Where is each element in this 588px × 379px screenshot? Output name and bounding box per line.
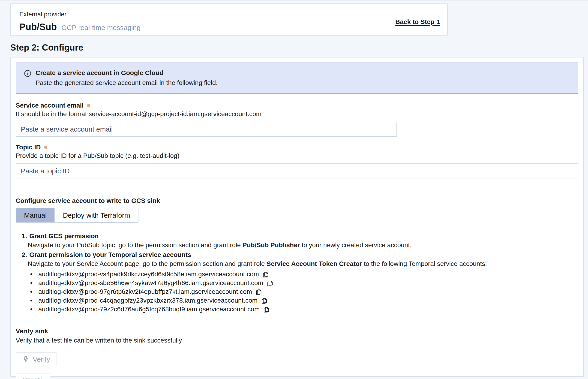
bullet-dot <box>31 273 32 275</box>
info-banner-title: Create a service account in Google Cloud <box>35 69 218 77</box>
sink-config-tabs: Manual Deploy with Terraform <box>16 208 139 223</box>
instruction-step-2: 2. Grant permission to your Temporal ser… <box>22 251 578 268</box>
copy-icon[interactable] <box>255 289 262 296</box>
back-to-step-1-link[interactable]: Back to Step 1 <box>395 18 440 26</box>
service-account-row: auditlog-dktxv@prod-97gr6tp6zkv2t4epubff… <box>28 287 578 296</box>
external-provider-eyebrow: External provider <box>19 11 438 18</box>
service-account-email-input[interactable] <box>16 122 397 137</box>
manual-instructions: 1. Grant GCS permission Navigate to your… <box>16 232 578 314</box>
service-account-email-text: auditlog-dktxv@prod-c4cqaqgbfzy23vpzkbxz… <box>38 297 258 304</box>
copy-icon[interactable] <box>262 271 269 278</box>
copy-icon[interactable] <box>263 306 270 313</box>
step-number: 1. <box>22 232 27 240</box>
verify-button[interactable]: Verify <box>16 352 57 366</box>
service-account-email-text: auditlog-dktxv@prod-sbe56h6wr4sykaw47a6y… <box>38 279 263 287</box>
required-indicator-dot <box>87 104 90 107</box>
service-account-row: auditlog-dktxv@prod-sbe56h6wr4sykaw47a6y… <box>28 279 578 287</box>
bullet-dot <box>31 300 32 301</box>
service-account-row: auditlog-dktxv@prod-c4cqaqgbfzy23vpzkbxz… <box>28 296 578 305</box>
tab-deploy-with-terraform[interactable]: Deploy with Terraform <box>54 208 138 222</box>
verify-sink-description: Verify that a test file can be written t… <box>16 337 578 344</box>
step-title: Grant permission to your Temporal servic… <box>29 251 191 258</box>
service-account-email-label: Service account email <box>16 102 84 109</box>
role-name: Service Account Token Creator <box>266 260 362 267</box>
sink-section-heading: Configure service account to write to GC… <box>16 197 578 205</box>
step-description: Navigate to your PubSub topic, go to the… <box>22 241 578 249</box>
bullet-dot <box>31 291 32 293</box>
info-icon <box>24 70 31 77</box>
bullet-dot <box>31 308 32 310</box>
topic-id-input[interactable] <box>16 163 578 178</box>
step-number: 2. <box>22 251 27 258</box>
configure-card: Create a service account in Google Cloud… <box>10 57 584 377</box>
create-button[interactable]: Create <box>16 373 50 379</box>
role-name: Pub/Sub Publisher <box>243 241 300 249</box>
provider-header-card: External provider Pub/Sub GCP real-time … <box>10 3 448 35</box>
info-banner: Create a service account in Google Cloud… <box>16 63 578 94</box>
lightning-bolt-icon <box>23 356 30 363</box>
service-account-email-text: auditlog-dktxv@prod-79z2c6d76au6g5fcq768… <box>38 306 260 313</box>
topic-id-label: Topic ID <box>16 143 41 151</box>
page-title: Step 2: Configure <box>10 43 83 53</box>
verify-sink-title: Verify sink <box>16 328 578 335</box>
service-account-email-helper: It should be in the format service-accou… <box>16 110 578 118</box>
topic-id-helper: Provide a topic ID for a Pub/Sub topic (… <box>16 152 578 159</box>
required-indicator-dot <box>44 146 47 149</box>
section-divider <box>16 189 578 189</box>
service-account-email-text: auditlog-dktxv@prod-vs4padk9dkczcey6d6st… <box>38 270 259 278</box>
copy-icon[interactable] <box>261 298 268 304</box>
create-button-label: Create <box>23 376 43 379</box>
tab-manual[interactable]: Manual <box>16 208 54 222</box>
section-divider <box>16 321 578 321</box>
temporal-service-account-list: auditlog-dktxv@prod-vs4padk9dkczcey6d6st… <box>22 270 578 314</box>
copy-icon[interactable] <box>266 280 274 287</box>
verify-button-label: Verify <box>33 355 50 363</box>
step-title: Grant GCS permission <box>29 232 99 240</box>
service-account-row: auditlog-dktxv@prod-vs4padk9dkczcey6d6st… <box>28 270 578 279</box>
instruction-step-1: 1. Grant GCS permission Navigate to your… <box>22 232 578 249</box>
info-banner-description: Paste the generated service account emai… <box>35 79 218 87</box>
service-account-email-text: auditlog-dktxv@prod-97gr6tp6zkv2t4epubff… <box>38 288 252 295</box>
service-account-row: auditlog-dktxv@prod-79z2c6d76au6g5fcq768… <box>28 305 578 314</box>
provider-tagline: GCP real-time messaging <box>62 24 140 32</box>
provider-name: Pub/Sub <box>19 22 57 32</box>
step-description: Navigate to your Service Account page, g… <box>22 260 578 268</box>
bullet-dot <box>31 282 32 284</box>
